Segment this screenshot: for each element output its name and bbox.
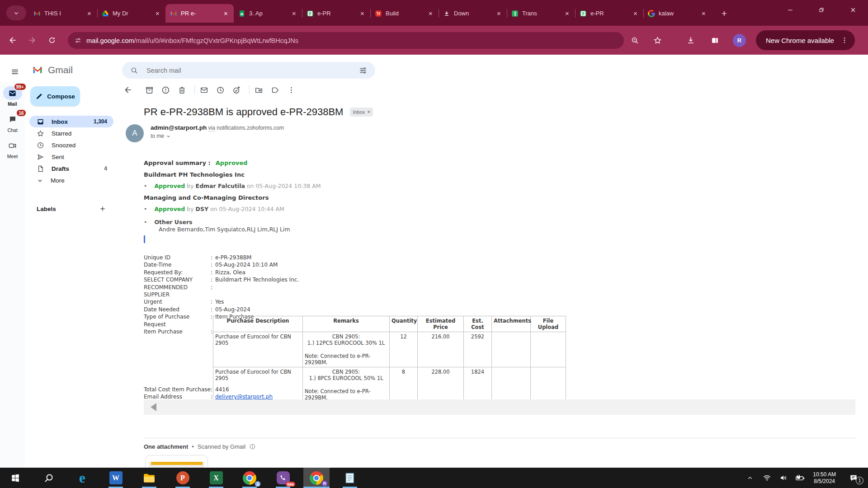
browser-tab[interactable]: Trans × <box>507 4 575 23</box>
snooze-button[interactable] <box>216 85 225 94</box>
sidebar-item-starred[interactable]: Starred <box>29 127 113 139</box>
browser-tab[interactable]: 3. Ap × <box>234 4 302 23</box>
taskbar-search-button[interactable] <box>36 468 62 488</box>
estimated-price-cell: 228.00 <box>418 367 464 403</box>
window-close-button[interactable] <box>839 0 867 20</box>
sidebar-item-inbox[interactable]: Inbox 1,304 <box>29 116 113 127</box>
move-to-button[interactable] <box>254 85 263 94</box>
tab-label: Trans <box>522 10 560 17</box>
attachment-card[interactable] <box>145 455 208 468</box>
tab-close-icon[interactable]: × <box>495 9 503 18</box>
mark-unread-button[interactable] <box>199 85 208 94</box>
tab-close-icon[interactable]: × <box>563 9 571 18</box>
side-panel-button[interactable] <box>708 33 722 47</box>
tray-overflow-button[interactable] <box>743 468 757 488</box>
browser-tab[interactable]: THIS I × <box>29 4 97 23</box>
sidebar-item-drafts[interactable]: Drafts 4 <box>29 163 113 174</box>
browser-tab[interactable]: Build × <box>370 4 439 23</box>
forward-button[interactable] <box>25 33 39 47</box>
taskbar-item-powerpoint[interactable]: P <box>170 468 196 488</box>
window-restore-button[interactable] <box>807 0 835 20</box>
browser-tab-active[interactable]: PR e- × <box>165 4 234 23</box>
taskbar-item-edge[interactable]: e <box>69 468 95 488</box>
main-menu-button[interactable] <box>6 63 24 81</box>
search-icon[interactable] <box>127 63 142 78</box>
sender-email[interactable]: admin@starport.ph <box>151 124 207 131</box>
downloads-button[interactable] <box>684 33 698 47</box>
rail-item-meet[interactable]: Meet <box>0 139 25 159</box>
taskbar-item-excel[interactable]: X <box>203 468 229 488</box>
volume-button[interactable] <box>777 468 790 488</box>
tab-close-icon[interactable]: × <box>290 9 298 18</box>
tab-close-icon[interactable]: × <box>153 9 162 18</box>
gmail-logo[interactable]: Gmail <box>31 65 73 75</box>
browser-tab[interactable]: kalaw × <box>643 4 712 23</box>
bookmark-button[interactable] <box>650 33 665 47</box>
browser-tab[interactable]: Down × <box>439 4 507 23</box>
window-minimize-button[interactable] <box>776 0 804 20</box>
report-spam-button[interactable] <box>161 85 170 94</box>
search-input[interactable] <box>146 67 351 74</box>
remove-label-icon[interactable]: × <box>367 109 370 115</box>
archive-button[interactable] <box>145 85 154 94</box>
tab-close-icon[interactable]: × <box>85 9 94 18</box>
action-center-button[interactable]: 1 <box>844 468 863 488</box>
tab-close-icon[interactable]: × <box>222 9 230 18</box>
tab-close-icon[interactable]: × <box>631 9 640 18</box>
taskbar-item-word[interactable]: W <box>103 468 129 488</box>
inbox-label-chip[interactable]: Inbox × <box>350 108 373 117</box>
quantity-cell: 12 <box>390 332 418 367</box>
network-button[interactable] <box>760 468 774 488</box>
create-label-button[interactable] <box>96 202 109 215</box>
back-button[interactable] <box>5 33 20 47</box>
zoom-indicator-button[interactable] <box>627 33 642 47</box>
tab-close-icon[interactable]: × <box>699 9 708 18</box>
info-icon[interactable] <box>249 443 256 450</box>
more-actions-button[interactable] <box>287 85 296 94</box>
back-to-inbox-button[interactable] <box>123 85 132 94</box>
tab-search-button[interactable] <box>6 5 26 20</box>
browser-tab[interactable]: e-PR × <box>302 4 370 23</box>
taskbar-item-notepad[interactable] <box>337 468 363 488</box>
taskbar-item-chrome[interactable] <box>236 468 263 488</box>
sidebar-item-sent[interactable]: Sent <box>29 151 113 163</box>
attachment-divider <box>144 438 855 438</box>
address-bar[interactable]: mail.google.com/mail/u/0/#inbox/FMfcgzQV… <box>68 32 624 49</box>
approval-line: •Approved by DSY on 05-Aug-2024 10:44 AM <box>144 206 284 212</box>
new-tab-button[interactable]: + <box>718 7 731 20</box>
profile-avatar[interactable]: R <box>733 34 746 47</box>
rail-item-mail[interactable]: 99+ Mail <box>0 86 25 107</box>
taskbar-item-viber[interactable]: 566 <box>270 468 296 488</box>
browser-menu-kebab-icon[interactable] <box>840 36 849 44</box>
compose-button[interactable]: Compose <box>30 86 80 106</box>
taskbar-item-chrome-active[interactable]: R <box>303 468 330 488</box>
scroll-left-arrow[interactable] <box>151 403 156 411</box>
tab-close-icon[interactable]: × <box>426 9 435 18</box>
url-text[interactable]: mail.google.com/mail/u/0/#inbox/FMfcgzQV… <box>86 37 298 44</box>
labels-button[interactable] <box>270 85 279 94</box>
add-to-tasks-button[interactable] <box>232 85 241 94</box>
estimated-price-cell: 216.00 <box>418 332 464 367</box>
reload-button[interactable] <box>45 33 59 47</box>
browser-tab[interactable]: e-PR × <box>575 4 643 23</box>
tab-strip: THIS I × My Dr × PR e- × 3. Ap × e-PR × … <box>29 4 712 26</box>
sender-avatar[interactable]: A <box>126 124 144 142</box>
browser-tab[interactable]: My Dr × <box>97 4 165 23</box>
site-info-icon[interactable] <box>74 37 82 44</box>
mail-search-bar[interactable] <box>122 62 375 79</box>
app-rail: 99+ Mail 16 Chat Meet <box>0 82 25 468</box>
battery-button[interactable] <box>793 468 807 488</box>
delete-button[interactable] <box>177 85 186 94</box>
taskbar-item-explorer[interactable] <box>136 468 162 488</box>
taskbar-clock[interactable]: 10:50 AM 8/5/2024 <box>810 471 840 485</box>
tab-close-icon[interactable]: × <box>358 9 367 18</box>
recipient-details-toggle[interactable]: to me <box>151 133 284 139</box>
start-button[interactable] <box>2 468 28 488</box>
sidebar-item-more[interactable]: More <box>29 174 113 186</box>
sidebar-item-snoozed[interactable]: Snoozed <box>29 139 113 151</box>
search-filter-button[interactable] <box>355 63 371 78</box>
rail-item-chat[interactable]: 16 Chat <box>0 113 25 133</box>
draft-icon <box>37 165 44 173</box>
mail-sidebar: Compose Inbox 1,304 Starred Snoozed Sent <box>25 82 115 215</box>
new-chrome-available-button[interactable]: New Chrome available <box>756 30 855 50</box>
